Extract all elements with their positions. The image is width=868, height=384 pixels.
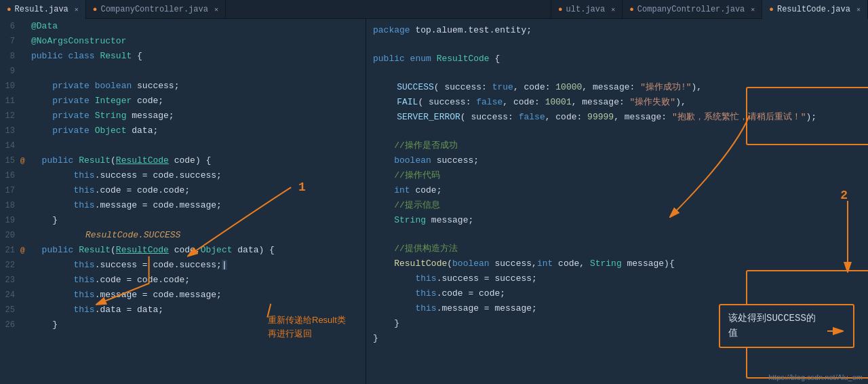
right-line-empty4: [373, 228, 861, 242]
right-line-this-code: this.code = code;: [373, 286, 861, 301]
right-line-constructor: ResultCode(boolean success,int code, Str…: [373, 256, 861, 271]
right-line-close-constructor: }: [373, 316, 861, 331]
right-line-comment4: //提供构造方法: [373, 242, 861, 256]
right-line-fail: FAIL( success: false, code: 10001, messa…: [373, 95, 861, 110]
code-line-9: 9: [0, 64, 366, 79]
right-line-empty3: [373, 125, 861, 138]
code-line-14: 14: [0, 138, 366, 153]
tab-ult-java[interactable]: ● ult.java ✕: [551, 0, 623, 19]
right-line-server-error: SERVER_ERROR( success: false, code: 9999…: [373, 110, 861, 125]
code-line-23: 23 this.code = code.code;: [0, 273, 366, 288]
right-line-int-code: int code;: [373, 183, 861, 198]
code-line-8: 8 public class Result {: [0, 49, 366, 64]
code-line-24: 24 this.message = code.message;: [0, 288, 366, 303]
tab-close-ult[interactable]: ✕: [611, 5, 615, 14]
right-line-enum: public enum ResultCode {: [373, 52, 861, 66]
left-editor-panel: 6 @Data 7 @NoArgsConstructor 8 public cl…: [0, 19, 366, 384]
java-icon-5: ●: [769, 5, 774, 14]
code-line-22: 22 this.success = code.success;|: [0, 258, 366, 273]
code-line-11: 11 private Integer code;: [0, 94, 366, 109]
right-line-pkg: package top.aluem.test.entity;: [373, 23, 861, 38]
tab-close-company[interactable]: ✕: [214, 5, 218, 14]
code-line-7: 7 @NoArgsConstructor: [0, 34, 366, 49]
code-line-6: 6 @Data: [0, 19, 366, 34]
tab-resultcode-java[interactable]: ● ResultCode.java ✕: [762, 0, 868, 19]
right-line-close-class: }: [373, 331, 861, 346]
code-line-16: 16 this.success = code.success;: [0, 168, 366, 183]
right-editor-panel: package top.aluem.test.entity; public en…: [366, 19, 868, 384]
code-line-21: 21 @ public Result(ResultCode code,Objec…: [0, 243, 366, 258]
right-line-this-success: this.success = success;: [373, 271, 861, 286]
right-line-empty1: [373, 38, 861, 52]
tab-bar: ● Result.java ✕ ● CompanyController.java…: [0, 0, 868, 19]
right-line-comment2: //操作代码: [373, 168, 861, 183]
tab-close-resultcode[interactable]: ✕: [856, 5, 861, 14]
code-line-12: 12 private String message;: [0, 109, 366, 123]
right-line-comment3: //提示信息: [373, 198, 861, 213]
left-code-editor[interactable]: 6 @Data 7 @NoArgsConstructor 8 public cl…: [0, 19, 366, 384]
code-line-18: 18 this.message = code.message;: [0, 198, 366, 213]
right-line-bool-success: boolean success;: [373, 153, 861, 168]
right-line-success: SUCCESS( success: true, code: 10000, mes…: [373, 80, 861, 95]
java-icon: ●: [7, 5, 12, 14]
code-line-15: 15 @ public Result(ResultCode code) {: [0, 153, 366, 168]
code-line-17: 17 this.code = code.code;: [0, 183, 366, 198]
code-line-10: 10 private boolean success;: [0, 79, 366, 94]
right-code-editor[interactable]: package top.aluem.test.entity; public en…: [366, 19, 868, 384]
tab-close-company-r[interactable]: ✕: [751, 5, 755, 14]
credit-text: https://blog.csdn.net/Alu_em: [768, 373, 863, 381]
tab-company-controller[interactable]: ● CompanyController.java ✕: [86, 0, 226, 19]
right-line-comment1: //操作是否成功: [373, 138, 861, 153]
tab-result-java[interactable]: ● Result.java ✕: [0, 0, 86, 19]
right-line-this-msg: this.message = message;: [373, 301, 861, 316]
java-icon-2: ●: [93, 5, 98, 14]
java-icon-3: ●: [558, 5, 563, 14]
main-content: 6 @Data 7 @NoArgsConstructor 8 public cl…: [0, 19, 868, 384]
code-line-19: 19 }: [0, 213, 366, 228]
java-icon-4: ●: [629, 5, 634, 14]
tab-company-controller-r[interactable]: ● CompanyController.java ✕: [623, 0, 762, 19]
code-line-20: 20 ResultCode.SUCCESS: [0, 228, 366, 243]
right-line-empty2: [373, 66, 861, 80]
code-line-25: 25 this.data = data;: [0, 303, 366, 318]
tab-close-result[interactable]: ✕: [75, 5, 79, 14]
code-line-26: 26 }: [0, 318, 366, 332]
right-line-string-msg: String message;: [373, 213, 861, 228]
code-line-13: 13 private Object data;: [0, 123, 366, 138]
